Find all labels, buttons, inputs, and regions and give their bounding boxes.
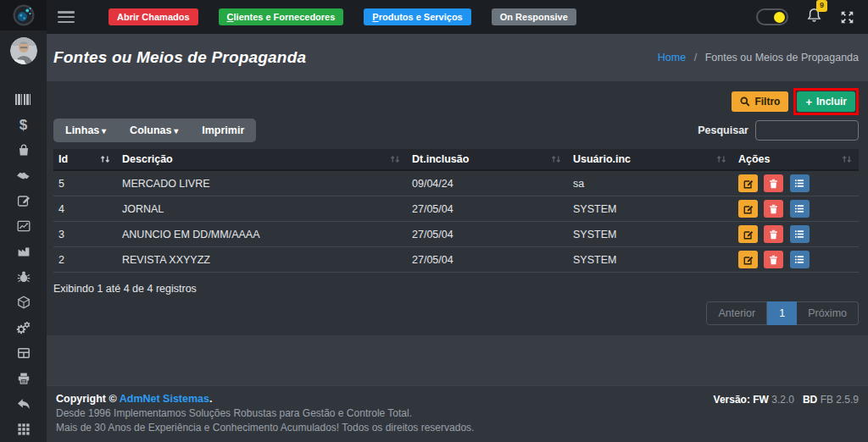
app-logo[interactable] [0,0,47,30]
sidebar: $ [0,0,47,442]
admnet-link[interactable]: AdmNet Sistemas [120,393,209,405]
table-row[interactable]: 2 REVISTA XXYYZZ 27/05/04 SYSTEM [53,247,859,273]
detail-row-button[interactable] [790,200,810,218]
column-header-descricao[interactable]: Descrição [117,149,407,170]
sidebar-item-configuracoes[interactable] [0,315,47,340]
produtos-servicos-button[interactable]: Produtos e Serviços [364,8,470,25]
edit-icon [743,229,754,240]
on-responsive-button[interactable]: On Responsive [492,8,576,25]
list-icon [794,179,804,188]
edit-icon [743,255,754,265]
linhas-dropdown[interactable]: Linhas [53,119,118,142]
trash-icon [769,204,778,214]
sort-icon [716,154,726,164]
cell-usuario-inc: SYSTEM [568,196,733,222]
table-row[interactable]: 4 JORNAL 27/05/04 SYSTEM [53,196,859,222]
edit-icon [743,204,754,214]
dollar-icon: $ [19,118,27,132]
table-controls: Linhas Colunas Imprimir [53,119,256,142]
delete-row-button[interactable] [764,174,783,192]
notification-badge: 9 [816,0,827,12]
detail-row-button[interactable] [790,174,810,192]
sort-icon [842,154,852,164]
cogs-icon [16,321,31,334]
cell-usuario-inc: SYSTEM [568,222,733,247]
grid-icon [17,423,31,436]
sidebar-item-estoque[interactable] [0,290,47,315]
menu-icon[interactable] [58,11,75,23]
column-header-acoes[interactable]: Ações [733,149,859,170]
sidebar-item-financeiro[interactable]: $ [0,112,47,137]
delete-row-button[interactable] [764,225,783,243]
pagination-next-button[interactable]: Próximo [797,301,859,325]
sort-icon [390,154,400,164]
delete-row-button[interactable] [764,200,783,218]
chart-line-icon [17,219,31,233]
search-input[interactable] [755,120,859,141]
bug-icon [17,270,31,284]
search-icon [740,97,750,107]
sidebar-item-parcerias[interactable] [0,163,47,188]
theme-toggle[interactable] [756,8,788,25]
cell-dt-inclusao: 27/05/04 [407,247,568,273]
edit-row-button[interactable] [738,174,758,192]
toggle-knob [774,12,785,23]
sidebar-item-barcode[interactable] [0,86,47,112]
breadcrumb: Home / Fontes ou Meios de Propaganda [658,52,859,64]
footer: Copyright © AdmNet Sistemas. Desde 1996 … [47,385,868,442]
cell-descricao: ANUNCIO EM DD/MM/AAAA [117,222,407,247]
column-header-dtinclusao[interactable]: Dt.inclusão [407,149,568,170]
sidebar-item-modulos[interactable] [0,417,47,442]
logo-icon [13,4,35,26]
abrir-chamados-button[interactable]: Abrir Chamados [108,8,198,25]
sidebar-item-voltar[interactable] [0,391,47,417]
list-icon [794,255,804,264]
incluir-button[interactable]: + Incluir [797,91,855,112]
colunas-dropdown[interactable]: Colunas [118,119,190,142]
card-actions: Filtro + Incluir [53,88,859,115]
fullscreen-icon[interactable] [840,10,854,25]
cell-descricao: JORNAL [117,196,407,222]
column-header-usuarioinc[interactable]: Usuário.inc [568,149,733,170]
delete-row-button[interactable] [764,251,783,268]
navbar-right: 9 [756,8,868,26]
edit-row-button[interactable] [738,200,758,218]
sidebar-item-producao[interactable] [0,239,47,264]
trash-icon [769,179,778,189]
cell-id: 2 [53,247,117,273]
list-icon [794,204,804,213]
cell-id: 5 [53,170,117,196]
edit-row-button[interactable] [738,225,758,243]
filtro-button[interactable]: Filtro [732,91,788,112]
clientes-fornecedores-button[interactable]: Clientes e Fornecedores [219,8,344,25]
notifications-button[interactable]: 9 [807,8,821,26]
cell-usuario-inc: sa [568,170,733,196]
sidebar-item-relatorios[interactable] [0,213,47,239]
sidebar-item-impressao[interactable] [0,366,47,391]
records-summary: Exibindo 1 até 4 de 4 registros [53,283,859,295]
search-label: Pesquisar [698,124,748,136]
user-avatar[interactable] [10,37,37,64]
pagination-page-1[interactable]: 1 [767,301,797,325]
cell-usuario-inc: SYSTEM [568,247,733,273]
sort-icon [551,154,561,164]
breadcrumb-separator: / [694,52,697,64]
edit-row-button[interactable] [738,251,758,268]
detail-row-button[interactable] [790,251,810,268]
content-card: Filtro + Incluir Linhas Colunas Imprimir… [47,81,868,335]
list-icon [794,229,804,239]
sidebar-item-compras[interactable] [0,137,47,163]
avatar [10,37,37,64]
main-area: Abrir Chamados Clientes e Fornecedores P… [47,0,868,442]
annotation-highlight: + Incluir [793,88,859,115]
sidebar-item-cadastro[interactable] [0,188,47,213]
table-row[interactable]: 5 MERCADO LIVRE 09/04/24 sa [53,170,859,196]
pagination-prev-button[interactable]: Anterior [706,301,767,325]
imprimir-button[interactable]: Imprimir [190,119,256,142]
table-row[interactable]: 3 ANUNCIO EM DD/MM/AAAA 27/05/04 SYSTEM [53,222,859,247]
column-header-id[interactable]: Id [53,149,117,170]
sidebar-item-suporte[interactable] [0,264,47,290]
sidebar-item-tabelas[interactable] [0,340,47,366]
detail-row-button[interactable] [790,225,810,243]
breadcrumb-home-link[interactable]: Home [658,52,686,64]
